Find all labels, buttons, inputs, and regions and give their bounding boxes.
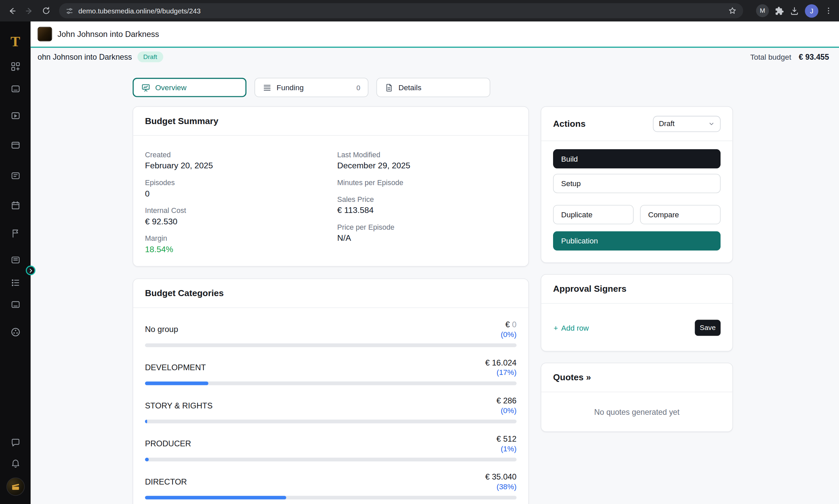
summary-left-column: Created February 20, 2025 Episodes 0 Int…: [145, 151, 337, 263]
bell-icon[interactable]: [10, 458, 20, 468]
category-row: DEVELOPMENT € 16.024 (17%): [145, 358, 517, 385]
reel-icon[interactable]: [10, 327, 21, 337]
category-percent: (0%): [496, 406, 517, 415]
calendar-icon[interactable]: [10, 200, 20, 211]
screen-icon[interactable]: [10, 140, 20, 150]
field-value: 18.54%: [145, 245, 337, 254]
category-name: STORY & RIGHTS: [145, 401, 212, 410]
extensions-icon[interactable]: [775, 6, 784, 15]
add-row-label: Add row: [561, 323, 589, 332]
setup-button[interactable]: Setup: [553, 174, 720, 193]
app-sidebar: T: [0, 21, 31, 504]
quotes-card: Quotes » No quotes generated yet: [541, 363, 733, 432]
category-progress-fill: [145, 382, 208, 385]
sales-price-field: Sales Price € 113.584: [337, 195, 517, 215]
budget-summary-card: Budget Summary Created February 20, 2025…: [133, 106, 529, 267]
field-value: € 113.584: [337, 205, 517, 215]
budget-categories-title: Budget Categories: [145, 288, 224, 298]
tab-bar: Overview Funding 0 Details: [133, 78, 490, 97]
category-name: DIRECTOR: [145, 477, 187, 486]
category-progress-bar: [145, 496, 517, 499]
field-label: Margin: [145, 234, 337, 242]
download-icon[interactable]: [790, 6, 799, 15]
save-button[interactable]: Save: [695, 320, 720, 336]
user-avatar[interactable]: [6, 478, 24, 496]
bookmark-star-icon[interactable]: [728, 6, 737, 15]
funding-count-badge: 0: [356, 84, 361, 92]
field-value: December 29, 2025: [337, 161, 517, 171]
tab-funding[interactable]: Funding 0: [255, 78, 368, 97]
field-label: Internal Cost: [145, 206, 337, 215]
field-label: Price per Episode: [337, 223, 517, 231]
budget-categories-card: Budget Categories No group € 0 (0%) DEVE…: [133, 278, 529, 504]
chat-icon[interactable]: [10, 438, 20, 448]
plus-icon: +: [554, 323, 558, 332]
screen-icon[interactable]: [10, 300, 20, 310]
category-percent: (17%): [485, 368, 517, 377]
project-title: John Johnson into Darkness: [57, 30, 159, 39]
flag-icon[interactable]: [10, 228, 20, 238]
category-row: DIRECTOR € 35.040 (38%): [145, 472, 517, 500]
total-budget-value: € 93.455: [799, 52, 829, 61]
status-select-value: Draft: [659, 120, 675, 128]
browser-window: demo.tubesmedia.online/9/budgets/243 M J…: [0, 0, 839, 504]
category-row: STORY & RIGHTS € 286 (0%): [145, 396, 517, 424]
category-progress-bar: [145, 458, 517, 462]
screen-icon[interactable]: [10, 255, 20, 265]
field-label: Last Modified: [337, 151, 517, 159]
field-label: Minutes per Episode: [337, 179, 517, 187]
approval-signers-title: Approval Signers: [553, 284, 627, 294]
app-logo[interactable]: T: [11, 35, 20, 49]
address-bar[interactable]: demo.tubesmedia.online/9/budgets/243: [59, 3, 743, 18]
reload-icon[interactable]: [39, 3, 54, 18]
budget-summary-title: Budget Summary: [145, 116, 219, 126]
category-amount: € 0: [501, 320, 517, 329]
approval-signers-card: Approval Signers + Add row Save: [541, 274, 733, 352]
price-per-episode-field: Price per Episode N/A: [337, 223, 517, 243]
tab-label: Funding: [277, 83, 304, 92]
add-row-button[interactable]: + Add row: [554, 323, 589, 332]
category-name: No group: [145, 325, 178, 334]
screen-icon[interactable]: [10, 111, 20, 121]
project-thumbnail: [38, 27, 52, 41]
build-button[interactable]: Build: [553, 149, 720, 169]
menu-dots-icon[interactable]: [824, 6, 833, 15]
overview-icon: [141, 83, 150, 92]
quotes-empty-text: No quotes generated yet: [541, 392, 733, 432]
internal-cost-field: Internal Cost € 92.530: [145, 206, 337, 226]
category-progress-fill: [145, 496, 286, 499]
publication-button[interactable]: Publication: [553, 231, 720, 251]
site-settings-icon[interactable]: [66, 7, 73, 15]
category-amount: € 512: [496, 434, 517, 443]
url-text[interactable]: demo.tubesmedia.online/9/budgets/243: [78, 7, 723, 15]
forward-icon[interactable]: [21, 3, 37, 18]
monogram-badge[interactable]: M: [756, 4, 769, 17]
compare-button[interactable]: Compare: [640, 205, 720, 224]
category-amount: € 35.040: [485, 472, 517, 481]
status-select[interactable]: Draft: [653, 116, 721, 132]
sidebar-expand-button[interactable]: [26, 266, 36, 275]
category-progress-bar: [145, 419, 517, 423]
profile-avatar[interactable]: J: [805, 4, 818, 17]
funding-icon: [262, 83, 272, 92]
apps-grid-icon[interactable]: [10, 61, 20, 71]
summary-right-column: Last Modified December 29, 2025 Minutes …: [337, 151, 517, 263]
actions-title: Actions: [553, 119, 585, 129]
tab-details[interactable]: Details: [377, 78, 490, 97]
status-badge: Draft: [137, 51, 163, 62]
minutes-per-episode-field: Minutes per Episode: [337, 179, 517, 187]
tab-label: Overview: [155, 83, 186, 92]
list-icon[interactable]: [10, 278, 20, 288]
field-value: 0: [145, 189, 337, 199]
screen-icon[interactable]: [10, 171, 20, 181]
created-field: Created February 20, 2025: [145, 151, 337, 171]
episodes-field: Episodes 0: [145, 179, 337, 199]
screen-icon[interactable]: [10, 84, 20, 94]
back-icon[interactable]: [4, 3, 19, 18]
field-value: € 92.530: [145, 217, 337, 226]
duplicate-button[interactable]: Duplicate: [553, 205, 634, 224]
category-progress-bar: [145, 343, 517, 347]
field-value: N/A: [337, 233, 517, 243]
category-progress-bar: [145, 382, 517, 385]
tab-overview[interactable]: Overview: [133, 78, 246, 97]
